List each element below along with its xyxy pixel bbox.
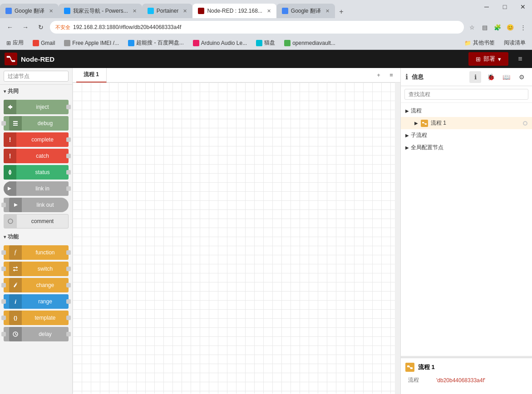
node-switch[interactable]: switch (4, 262, 69, 276)
linkin-output-port (66, 186, 71, 191)
palette-search-input[interactable] (4, 71, 69, 82)
node-complete[interactable]: ! complete (4, 132, 69, 147)
node-catch[interactable]: ! catch (4, 149, 69, 163)
bookmark-arduino[interactable]: Arduino Audio Le... (190, 39, 250, 47)
canvas-tab-flow1[interactable]: 流程 1 (76, 68, 107, 83)
node-inject[interactable]: inject (4, 100, 69, 114)
folder-icon: 📁 (464, 40, 471, 46)
deploy-button[interactable]: ⊞ 部署 ▾ (468, 52, 508, 66)
panel-help-button[interactable]: 📖 (500, 71, 512, 83)
svg-rect-5 (13, 123, 18, 124)
linkout-icon (9, 198, 22, 212)
header-menu-button[interactable]: ≡ (513, 52, 527, 66)
add-flow-button[interactable]: + (373, 70, 384, 81)
address-bar-row: ← → ↻ 不安全 192.168.2.83:1880/#flow/db20b4… (0, 18, 532, 36)
comment-label: comment (17, 218, 68, 224)
node-status[interactable]: status (4, 165, 69, 180)
info-panel: ℹ 信息 ℹ 🐞 📖 ⚙ ▶ 流程 (400, 68, 532, 394)
canvas-tab-actions: + ≡ (373, 70, 397, 81)
change-label: change (22, 282, 69, 288)
browser-tab-4[interactable]: Node-RED : 192.168... ✕ (192, 4, 276, 18)
node-template[interactable]: {} template (4, 311, 69, 325)
tab2-close[interactable]: ✕ (133, 8, 137, 14)
tree-global-config-header[interactable]: ▶ 全局配置节点 (401, 141, 532, 154)
panel-info-button[interactable]: ℹ (469, 71, 481, 83)
canvas-scrollbar-vertical[interactable] (395, 83, 400, 394)
tab1-close[interactable]: ✕ (49, 8, 53, 14)
profile-button[interactable]: 😊 (505, 22, 516, 33)
node-range[interactable]: i range (4, 294, 69, 309)
arduino-favicon (193, 40, 199, 46)
svg-rect-1 (7, 56, 10, 58)
maximize-button[interactable]: □ (496, 0, 514, 14)
node-function[interactable]: ƒ function (4, 245, 69, 260)
panel-search-input[interactable] (404, 89, 528, 100)
range-label: range (22, 298, 69, 305)
refresh-button[interactable]: ↻ (34, 21, 47, 34)
svg-point-10 (8, 219, 13, 224)
tab5-label: Google 翻译 (291, 7, 321, 15)
browser-menu-button[interactable]: ⋮ (517, 22, 528, 33)
bookmark-supersearch[interactable]: 超能搜 - 百度网盘... (125, 38, 187, 48)
close-button[interactable]: ✕ (514, 0, 532, 14)
tab1-favicon (5, 8, 12, 14)
canvas-tabs: 流程 1 + ≡ (73, 68, 400, 83)
tree-flows-header[interactable]: ▶ 流程 (401, 105, 532, 117)
bookmark-apps[interactable]: ⊞ 应用 (4, 38, 26, 48)
flow-menu-button[interactable]: ≡ (386, 70, 397, 81)
bookmark-star-button[interactable]: ☆ (467, 22, 478, 33)
tree-subflows-header[interactable]: ▶ 子流程 (401, 129, 532, 141)
security-warning: 不安全 (55, 24, 70, 31)
node-linkout[interactable]: link out (4, 198, 69, 212)
panel-settings-button[interactable]: ⚙ (516, 71, 527, 83)
svg-marker-8 (8, 187, 11, 190)
inject-label: inject (16, 104, 69, 110)
range-input-port (1, 299, 6, 304)
svg-rect-23 (410, 367, 413, 369)
bookmark-reading-list[interactable]: 阅读清单 (501, 38, 528, 48)
gmail-favicon (33, 40, 39, 46)
comment-icon (4, 214, 17, 229)
tab3-close[interactable]: ✕ (183, 8, 187, 14)
browser-tab-3[interactable]: Portainer ✕ (142, 4, 193, 18)
bookmark-openmediavault[interactable]: openmediavault... (281, 39, 338, 47)
tab5-favicon (282, 8, 288, 14)
bookmark-apple-imei[interactable]: Free Apple IMEI /... (61, 39, 122, 47)
flows-section-label: 流程 (411, 107, 422, 115)
panel-title: 信息 (412, 73, 466, 81)
palette-section-function-header[interactable]: ▾ 功能 (0, 230, 72, 243)
browser-tab-5[interactable]: Google 翻译 ✕ (276, 4, 335, 18)
tab5-close[interactable]: ✕ (325, 8, 330, 14)
new-tab-button[interactable]: + (335, 5, 348, 18)
node-debug[interactable]: debug (4, 116, 69, 131)
deploy-chevron-icon: ▾ (498, 56, 501, 63)
reader-mode-button[interactable]: ▤ (479, 22, 490, 33)
node-delay[interactable]: delay (4, 327, 69, 341)
bookmark-maopan[interactable]: 猫盘 (253, 38, 278, 48)
tree-item-flow1[interactable]: ▶ 流程 1 (401, 117, 532, 129)
linkin-icon (4, 181, 16, 196)
tree-section-flows: ▶ 流程 ▶ 流程 1 (401, 105, 532, 129)
flow-canvas[interactable] (73, 83, 400, 394)
address-bar[interactable]: 不安全 192.168.2.83:1880/#flow/db20b4406833… (50, 21, 464, 34)
back-button[interactable]: ← (4, 21, 16, 34)
bookmark-gmail[interactable]: Gmail (30, 39, 58, 47)
common-section-label: 共同 (8, 88, 19, 95)
node-comment[interactable]: comment (4, 214, 69, 229)
panel-debug-button[interactable]: 🐞 (485, 71, 497, 83)
debug-label: debug (22, 120, 69, 126)
tab3-label: Portainer (157, 8, 179, 14)
palette-section-common-header[interactable]: ▾ 共同 (0, 85, 72, 98)
node-linkin[interactable]: link in (4, 181, 69, 196)
browser-tab-1[interactable]: Google 翻译 ✕ (0, 4, 59, 18)
extension-button[interactable]: 🧩 (492, 22, 503, 33)
tab4-close[interactable]: ✕ (267, 8, 271, 14)
global-config-section-label: 全局配置节点 (411, 144, 443, 151)
browser-window: ─ □ ✕ Google 翻译 ✕ 我家云导航 - Powers... ✕ Po… (0, 0, 532, 394)
forward-button[interactable]: → (19, 21, 32, 34)
minimize-button[interactable]: ─ (478, 0, 496, 14)
bookmark-other[interactable]: 📁 其他书签 (462, 38, 498, 48)
node-change[interactable]: change (4, 278, 69, 292)
browser-tab-2[interactable]: 我家云导航 - Powers... ✕ (59, 4, 142, 18)
canvas-tab-label: 流程 1 (84, 71, 99, 78)
